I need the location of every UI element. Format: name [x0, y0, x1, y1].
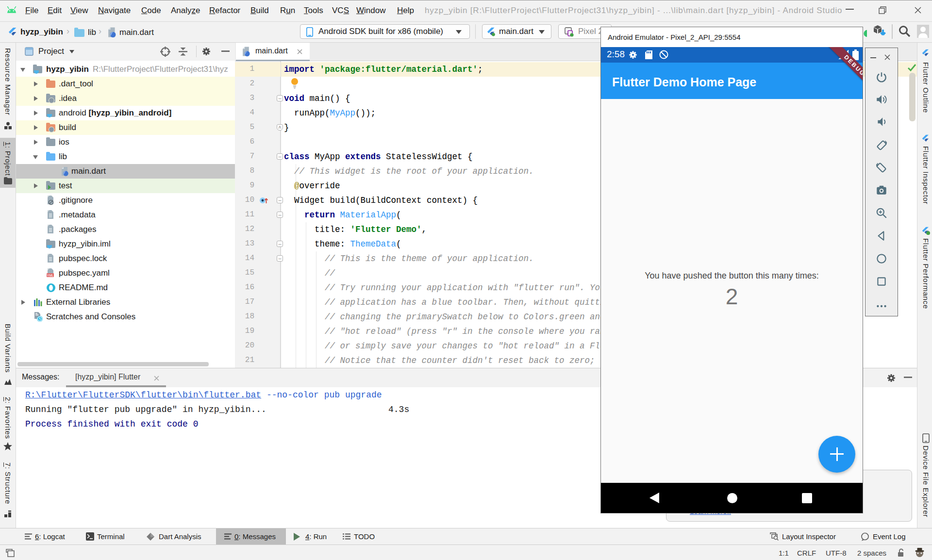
svg-text:YML: YML [47, 274, 54, 277]
